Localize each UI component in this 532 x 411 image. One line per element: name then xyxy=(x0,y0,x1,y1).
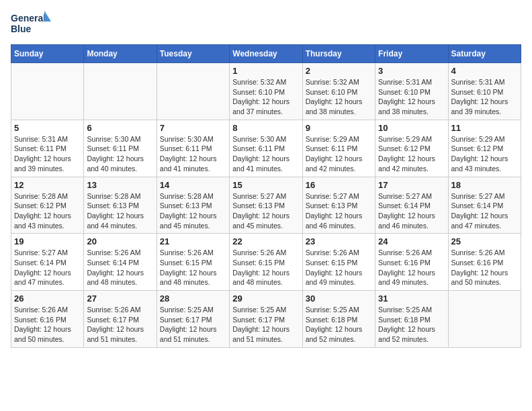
day-info: Sunrise: 5:28 AM Sunset: 6:13 PM Dayligh… xyxy=(160,191,226,231)
day-cell: 28Sunrise: 5:25 AM Sunset: 6:17 PM Dayli… xyxy=(157,291,229,348)
day-number: 3 xyxy=(378,66,445,76)
day-info: Sunrise: 5:31 AM Sunset: 6:10 PM Dayligh… xyxy=(451,77,518,117)
day-number: 5 xyxy=(14,123,81,133)
day-cell: 30Sunrise: 5:25 AM Sunset: 6:18 PM Dayli… xyxy=(302,291,375,348)
day-number: 23 xyxy=(306,236,372,246)
page-header: GeneralBlue xyxy=(11,11,521,38)
col-header-thursday: Thursday xyxy=(302,45,375,63)
col-header-monday: Monday xyxy=(84,45,157,63)
week-row-5: 26Sunrise: 5:26 AM Sunset: 6:16 PM Dayli… xyxy=(11,291,521,348)
day-cell: 5Sunrise: 5:31 AM Sunset: 6:11 PM Daylig… xyxy=(11,120,84,177)
day-cell: 10Sunrise: 5:29 AM Sunset: 6:12 PM Dayli… xyxy=(375,120,448,177)
day-cell: 15Sunrise: 5:27 AM Sunset: 6:13 PM Dayli… xyxy=(230,177,302,234)
day-cell: 24Sunrise: 5:26 AM Sunset: 6:16 PM Dayli… xyxy=(375,234,448,291)
day-number: 11 xyxy=(451,123,518,133)
header-row: SundayMondayTuesdayWednesdayThursdayFrid… xyxy=(11,45,521,63)
day-cell: 1Sunrise: 5:32 AM Sunset: 6:10 PM Daylig… xyxy=(230,63,302,120)
day-number: 15 xyxy=(232,180,299,190)
day-cell: 6Sunrise: 5:30 AM Sunset: 6:11 PM Daylig… xyxy=(84,120,157,177)
day-cell: 18Sunrise: 5:27 AM Sunset: 6:14 PM Dayli… xyxy=(448,177,521,234)
week-row-3: 12Sunrise: 5:28 AM Sunset: 6:12 PM Dayli… xyxy=(11,177,521,234)
day-cell xyxy=(448,291,521,348)
day-cell: 16Sunrise: 5:27 AM Sunset: 6:13 PM Dayli… xyxy=(302,177,375,234)
day-info: Sunrise: 5:25 AM Sunset: 6:18 PM Dayligh… xyxy=(306,305,372,345)
day-number: 12 xyxy=(14,180,81,190)
day-number: 14 xyxy=(160,180,226,190)
day-info: Sunrise: 5:26 AM Sunset: 6:16 PM Dayligh… xyxy=(451,248,518,287)
col-header-friday: Friday xyxy=(375,45,448,63)
col-header-wednesday: Wednesday xyxy=(230,45,302,63)
day-cell: 23Sunrise: 5:26 AM Sunset: 6:15 PM Dayli… xyxy=(302,234,375,291)
day-cell xyxy=(11,63,84,120)
day-cell: 8Sunrise: 5:30 AM Sunset: 6:11 PM Daylig… xyxy=(230,120,302,177)
week-row-2: 5Sunrise: 5:31 AM Sunset: 6:11 PM Daylig… xyxy=(11,120,521,177)
day-info: Sunrise: 5:26 AM Sunset: 6:14 PM Dayligh… xyxy=(87,248,153,287)
day-info: Sunrise: 5:30 AM Sunset: 6:11 PM Dayligh… xyxy=(232,134,299,174)
day-cell: 3Sunrise: 5:31 AM Sunset: 6:10 PM Daylig… xyxy=(375,63,448,120)
day-info: Sunrise: 5:32 AM Sunset: 6:10 PM Dayligh… xyxy=(306,77,372,117)
day-number: 25 xyxy=(451,236,518,246)
day-number: 17 xyxy=(378,180,445,190)
day-info: Sunrise: 5:26 AM Sunset: 6:15 PM Dayligh… xyxy=(306,248,372,287)
day-info: Sunrise: 5:28 AM Sunset: 6:13 PM Dayligh… xyxy=(87,191,153,231)
calendar-table: SundayMondayTuesdayWednesdayThursdayFrid… xyxy=(11,44,521,348)
day-cell: 29Sunrise: 5:25 AM Sunset: 6:17 PM Dayli… xyxy=(230,291,302,348)
day-info: Sunrise: 5:32 AM Sunset: 6:10 PM Dayligh… xyxy=(232,77,299,117)
day-cell xyxy=(84,63,157,120)
day-info: Sunrise: 5:30 AM Sunset: 6:11 PM Dayligh… xyxy=(87,134,153,174)
day-cell: 12Sunrise: 5:28 AM Sunset: 6:12 PM Dayli… xyxy=(11,177,84,234)
day-number: 1 xyxy=(232,66,299,76)
day-number: 6 xyxy=(87,123,153,133)
day-cell: 2Sunrise: 5:32 AM Sunset: 6:10 PM Daylig… xyxy=(302,63,375,120)
day-cell: 26Sunrise: 5:26 AM Sunset: 6:16 PM Dayli… xyxy=(11,291,84,348)
day-number: 27 xyxy=(87,293,153,304)
day-info: Sunrise: 5:29 AM Sunset: 6:12 PM Dayligh… xyxy=(378,134,445,174)
day-cell: 9Sunrise: 5:29 AM Sunset: 6:11 PM Daylig… xyxy=(302,120,375,177)
day-cell: 21Sunrise: 5:26 AM Sunset: 6:15 PM Dayli… xyxy=(157,234,229,291)
day-number: 31 xyxy=(378,293,445,304)
day-cell: 17Sunrise: 5:27 AM Sunset: 6:14 PM Dayli… xyxy=(375,177,448,234)
day-info: Sunrise: 5:30 AM Sunset: 6:11 PM Dayligh… xyxy=(160,134,226,174)
day-cell: 27Sunrise: 5:26 AM Sunset: 6:17 PM Dayli… xyxy=(84,291,157,348)
day-number: 10 xyxy=(378,123,445,133)
day-cell: 7Sunrise: 5:30 AM Sunset: 6:11 PM Daylig… xyxy=(157,120,229,177)
day-cell: 31Sunrise: 5:25 AM Sunset: 6:18 PM Dayli… xyxy=(375,291,448,348)
day-number: 22 xyxy=(232,236,299,246)
day-info: Sunrise: 5:25 AM Sunset: 6:17 PM Dayligh… xyxy=(232,305,299,345)
day-info: Sunrise: 5:27 AM Sunset: 6:14 PM Dayligh… xyxy=(14,248,81,287)
col-header-sunday: Sunday xyxy=(11,45,84,63)
day-number: 4 xyxy=(451,66,518,76)
day-cell: 22Sunrise: 5:26 AM Sunset: 6:15 PM Dayli… xyxy=(230,234,302,291)
day-cell: 14Sunrise: 5:28 AM Sunset: 6:13 PM Dayli… xyxy=(157,177,229,234)
svg-text:General: General xyxy=(11,13,46,24)
day-cell: 11Sunrise: 5:29 AM Sunset: 6:12 PM Dayli… xyxy=(448,120,521,177)
day-cell: 25Sunrise: 5:26 AM Sunset: 6:16 PM Dayli… xyxy=(448,234,521,291)
logo-svg: GeneralBlue xyxy=(11,11,51,38)
day-number: 24 xyxy=(378,236,445,246)
day-number: 29 xyxy=(232,293,299,304)
day-number: 7 xyxy=(160,123,226,133)
day-info: Sunrise: 5:25 AM Sunset: 6:18 PM Dayligh… xyxy=(378,305,445,345)
day-info: Sunrise: 5:27 AM Sunset: 6:14 PM Dayligh… xyxy=(378,191,445,231)
day-number: 26 xyxy=(14,293,81,304)
day-cell: 20Sunrise: 5:26 AM Sunset: 6:14 PM Dayli… xyxy=(84,234,157,291)
day-info: Sunrise: 5:27 AM Sunset: 6:13 PM Dayligh… xyxy=(232,191,299,231)
day-cell: 13Sunrise: 5:28 AM Sunset: 6:13 PM Dayli… xyxy=(84,177,157,234)
day-info: Sunrise: 5:31 AM Sunset: 6:11 PM Dayligh… xyxy=(14,134,81,174)
col-header-tuesday: Tuesday xyxy=(157,45,229,63)
day-info: Sunrise: 5:25 AM Sunset: 6:17 PM Dayligh… xyxy=(160,305,226,345)
day-number: 16 xyxy=(306,180,372,190)
logo: GeneralBlue xyxy=(11,11,51,38)
day-number: 8 xyxy=(232,123,299,133)
col-header-saturday: Saturday xyxy=(448,45,521,63)
day-cell: 19Sunrise: 5:27 AM Sunset: 6:14 PM Dayli… xyxy=(11,234,84,291)
day-number: 2 xyxy=(306,66,372,76)
day-info: Sunrise: 5:27 AM Sunset: 6:14 PM Dayligh… xyxy=(451,191,518,231)
day-number: 30 xyxy=(306,293,372,304)
day-number: 18 xyxy=(451,180,518,190)
day-info: Sunrise: 5:27 AM Sunset: 6:13 PM Dayligh… xyxy=(306,191,372,231)
day-cell: 4Sunrise: 5:31 AM Sunset: 6:10 PM Daylig… xyxy=(448,63,521,120)
day-info: Sunrise: 5:26 AM Sunset: 6:16 PM Dayligh… xyxy=(14,305,81,345)
svg-text:Blue: Blue xyxy=(11,24,32,34)
day-number: 9 xyxy=(306,123,372,133)
